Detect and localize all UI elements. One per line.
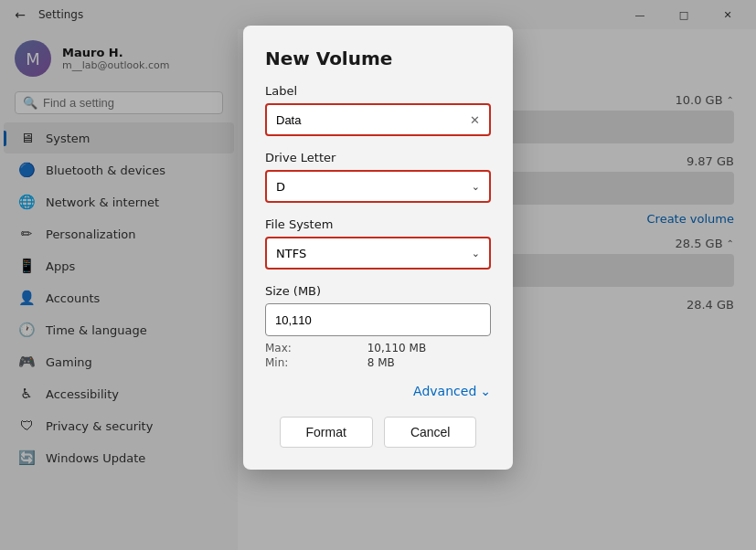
- drive-letter-chevron-icon: ⌄: [472, 181, 480, 193]
- size-label: Size (MB): [265, 284, 491, 298]
- max-value: 10,110 MB: [367, 342, 491, 354]
- size-input[interactable]: [275, 313, 481, 327]
- modal-title: New Volume: [265, 48, 491, 69]
- drive-letter-input-wrapper[interactable]: D ⌄: [265, 170, 491, 203]
- file-system-value: NTFS: [276, 247, 306, 260]
- modal-overlay: New Volume Label ✕ Drive Letter D ⌄ File: [0, 0, 756, 550]
- file-system-label: File System: [265, 217, 491, 231]
- label-field-label: Label: [265, 84, 491, 98]
- size-form-group: Size (MB) Max: 10,110 MB Min: 8 MB: [265, 284, 491, 369]
- settings-window: ← Settings — □ ✕ M Mauro H. m__lab@outlo…: [0, 0, 756, 550]
- min-value: 8 MB: [367, 356, 491, 369]
- drive-letter-form-group: Drive Letter D ⌄: [265, 151, 491, 203]
- label-clear-icon[interactable]: ✕: [470, 113, 480, 127]
- file-system-input-wrapper[interactable]: NTFS ⌄: [265, 237, 491, 270]
- size-info: Max: 10,110 MB Min: 8 MB: [265, 342, 491, 369]
- advanced-chevron-icon: ⌄: [480, 384, 491, 398]
- size-input-wrapper[interactable]: [265, 303, 491, 336]
- file-system-chevron-icon: ⌄: [472, 248, 480, 259]
- drive-letter-value: D: [276, 180, 285, 194]
- label-input-wrapper[interactable]: ✕: [265, 103, 491, 136]
- advanced-row: Advanced ⌄: [265, 384, 491, 398]
- min-label: Min:: [265, 356, 357, 369]
- modal-actions: Format Cancel: [265, 417, 491, 448]
- label-input[interactable]: [276, 113, 470, 127]
- new-volume-modal: New Volume Label ✕ Drive Letter D ⌄ File: [243, 26, 513, 470]
- format-button[interactable]: Format: [280, 417, 373, 448]
- advanced-label: Advanced: [413, 384, 476, 398]
- label-form-group: Label ✕: [265, 84, 491, 136]
- max-label: Max:: [265, 342, 357, 354]
- cancel-button[interactable]: Cancel: [384, 417, 477, 448]
- advanced-button[interactable]: Advanced ⌄: [413, 384, 491, 398]
- drive-letter-label: Drive Letter: [265, 151, 491, 164]
- file-system-form-group: File System NTFS ⌄: [265, 217, 491, 270]
